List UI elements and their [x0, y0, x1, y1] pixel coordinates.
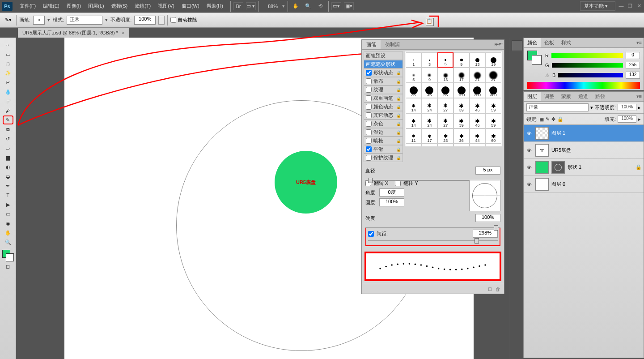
path-select-tool[interactable]: ▶: [3, 200, 13, 209]
brush-cell[interactable]: 45: [422, 83, 438, 98]
brush-option-row[interactable]: 喷枪🔒: [364, 137, 403, 145]
brush-cell[interactable]: ✱36: [453, 128, 470, 144]
3d-tool[interactable]: ◉: [3, 219, 13, 228]
healing-tool[interactable]: 🩹: [3, 97, 13, 106]
brush-cell[interactable]: ✱59: [485, 98, 501, 113]
brush-cell[interactable]: ✱44: [470, 128, 486, 144]
document-tab[interactable]: UR5展示大厅.psd @ 88% (图层 1, RGB/8) * ×: [18, 28, 129, 38]
diameter-input[interactable]: 5 px: [475, 167, 500, 175]
dock-icon-1[interactable]: [512, 40, 522, 51]
zoom-tool[interactable]: 🔍: [3, 238, 13, 247]
brush-cell[interactable]: 5: [437, 52, 453, 68]
workspace-dropdown[interactable]: 基本功能 ▾: [580, 1, 615, 11]
layer-opacity-value[interactable]: 100%: [618, 104, 636, 111]
brush-option-row[interactable]: 杂色🔒: [364, 120, 403, 128]
visibility-icon[interactable]: 👁: [525, 182, 533, 187]
brush-cell[interactable]: 21: [470, 68, 486, 83]
brush-cell[interactable]: ✱14: [406, 113, 422, 128]
layers-menu-icon[interactable]: ▾≡: [636, 94, 642, 99]
eyedropper-tool[interactable]: 💧: [3, 87, 13, 96]
brush-cell[interactable]: 27: [485, 68, 501, 83]
opacity-input[interactable]: 100%: [134, 16, 156, 25]
rotate-view-icon[interactable]: ⟲: [316, 2, 326, 10]
lasso-tool[interactable]: ◌: [3, 59, 13, 68]
auto-erase-checkbox[interactable]: 自动抹除: [170, 17, 197, 23]
pen-tool[interactable]: ✒: [3, 181, 13, 190]
g-slider[interactable]: [552, 63, 623, 68]
fill-value[interactable]: 100%: [618, 115, 636, 123]
brush-cell[interactable]: ✱46: [470, 98, 486, 113]
bridge-icon[interactable]: Br: [233, 2, 243, 10]
brush-cell[interactable]: ✱39: [453, 98, 470, 113]
menu-edit[interactable]: 编辑(E): [39, 3, 63, 9]
brush-cell[interactable]: ✱27: [437, 113, 453, 128]
type-tool[interactable]: T: [3, 191, 13, 200]
quick-select-tool[interactable]: ✨: [3, 68, 13, 77]
gradient-tool[interactable]: ▆: [3, 153, 13, 162]
move-tool[interactable]: ↔: [3, 40, 13, 49]
new-brush-icon[interactable]: ◻: [488, 286, 492, 292]
color-swatches[interactable]: [2, 250, 14, 261]
tab-styles[interactable]: 样式: [558, 38, 575, 47]
dodge-tool[interactable]: ◒: [3, 172, 13, 181]
visibility-icon[interactable]: 👁: [525, 165, 533, 170]
brush-cell[interactable]: ✱11: [406, 128, 422, 144]
delete-brush-icon[interactable]: 🗑: [496, 286, 500, 292]
brush-cell[interactable]: ✱17: [422, 128, 438, 144]
spacing-slider[interactable]: [368, 238, 498, 244]
stamp-tool[interactable]: ⧉: [3, 125, 13, 134]
zoom-level[interactable]: 88%: [266, 4, 280, 9]
quickmask-tool[interactable]: ◻: [3, 262, 13, 271]
tab-layers[interactable]: 图层: [524, 92, 541, 101]
brush-option-row[interactable]: 散布🔒: [364, 77, 403, 85]
brush-cell[interactable]: 9: [422, 68, 438, 83]
brush-option-row[interactable]: 颜色动态🔒: [364, 103, 403, 111]
brush-cell[interactable]: 100: [453, 83, 470, 98]
tab-clone-source[interactable]: 仿制源: [381, 40, 404, 49]
brush-cell[interactable]: ✱46: [470, 113, 486, 128]
crop-tool[interactable]: ✂: [3, 78, 13, 87]
layer-row[interactable]: 👁 图层 1: [524, 125, 644, 142]
brush-option-row[interactable]: 湿边🔒: [364, 128, 403, 137]
close-tab-icon[interactable]: ×: [122, 30, 124, 35]
color-swatch[interactable]: [527, 51, 542, 65]
layer-row[interactable]: 👁 T UR5底盘: [524, 142, 644, 159]
opacity-stepper[interactable]: [158, 16, 165, 25]
brush-cell[interactable]: 3: [422, 52, 438, 68]
menu-window[interactable]: 窗口(W): [178, 3, 203, 9]
brush-tool[interactable]: 🖌: [3, 106, 13, 115]
brush-cell[interactable]: ✱14: [406, 144, 422, 146]
brush-option-row[interactable]: 纹理🔒: [364, 85, 403, 94]
brush-cell[interactable]: 13: [470, 52, 486, 68]
brush-option-row[interactable]: 双重画笔🔒: [364, 94, 403, 103]
brush-cell[interactable]: 1: [406, 52, 422, 68]
menu-layer[interactable]: 图层(L): [85, 3, 107, 9]
tab-masks[interactable]: 蒙版: [558, 92, 575, 101]
hardness-input[interactable]: 100%: [475, 214, 500, 222]
menu-file[interactable]: 文件(F): [16, 3, 39, 9]
tab-channels[interactable]: 通道: [575, 92, 592, 101]
brush-cell[interactable]: 5: [406, 68, 422, 83]
layer-row[interactable]: 👁 形状 1 🔒: [524, 159, 644, 176]
brush-cell[interactable]: ✱23: [437, 128, 453, 144]
menu-select[interactable]: 选择(S): [108, 3, 131, 9]
eraser-tool[interactable]: ▱: [3, 144, 13, 153]
history-brush-tool[interactable]: ↺: [3, 134, 13, 143]
restore-icon[interactable]: ❐: [627, 3, 633, 9]
lock-move-icon[interactable]: ✥: [551, 116, 555, 122]
brush-presets-btn[interactable]: 画笔预设: [364, 51, 403, 60]
brush-cell[interactable]: 19: [485, 52, 501, 68]
blur-tool[interactable]: ◐: [3, 162, 13, 171]
arrange-docs-icon[interactable]: ▭▾: [331, 2, 341, 10]
marquee-tool[interactable]: ▭: [3, 50, 13, 59]
brush-cell[interactable]: ✱42: [453, 144, 470, 146]
brush-cell[interactable]: 300: [485, 83, 501, 98]
b-slider[interactable]: [558, 73, 623, 77]
brush-cell[interactable]: ✱24: [422, 113, 438, 128]
menu-help[interactable]: 帮助(H): [203, 3, 227, 9]
menu-filter[interactable]: 滤镜(T): [131, 3, 154, 9]
brush-option-row[interactable]: 其它动态🔒: [364, 111, 403, 120]
brush-option-row[interactable]: 保护纹理🔒: [364, 154, 403, 162]
g-value[interactable]: 255: [626, 62, 640, 69]
screen-mode-icon[interactable]: ▭ ▾: [246, 2, 256, 10]
